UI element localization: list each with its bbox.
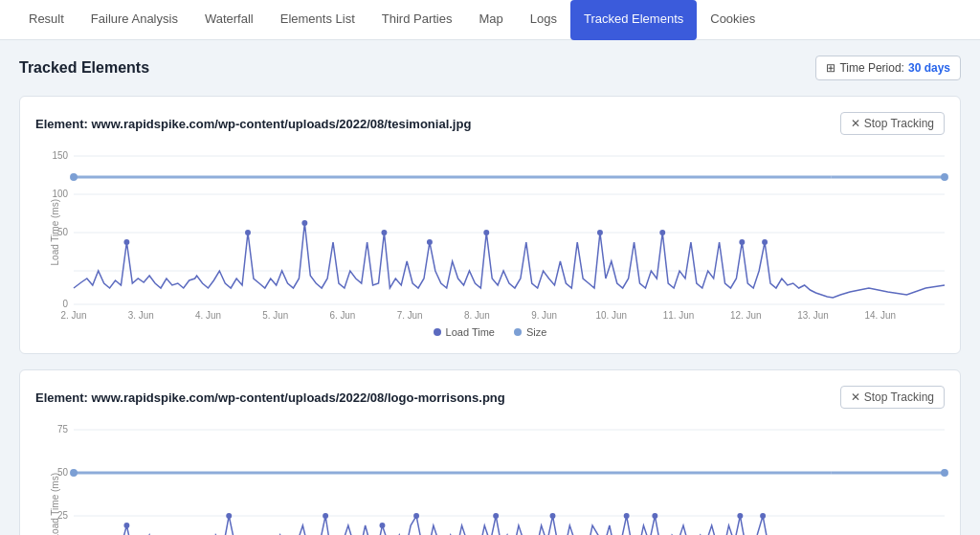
svg-point-21: [70, 173, 78, 181]
svg-point-54: [624, 513, 630, 519]
legend-label-size-1: Size: [526, 326, 546, 338]
svg-point-58: [70, 469, 78, 477]
chart-header-1: Element: www.rapidspike.com/wp-content/u…: [35, 112, 945, 135]
svg-point-16: [483, 230, 489, 235]
svg-text:7. Jun: 7. Jun: [397, 310, 423, 321]
svg-text:3. Jun: 3. Jun: [128, 310, 154, 321]
svg-text:8. Jun: 8. Jun: [464, 310, 490, 321]
svg-text:6. Jun: 6. Jun: [329, 310, 355, 321]
top-navigation: Result Failure Analysis Waterfall Elemen…: [0, 0, 980, 40]
svg-point-11: [123, 239, 129, 245]
svg-point-51: [413, 513, 419, 519]
svg-point-47: [123, 523, 129, 528]
svg-point-18: [659, 230, 665, 235]
svg-point-52: [493, 513, 499, 519]
svg-text:11. Jun: 11. Jun: [663, 310, 694, 321]
svg-point-59: [941, 469, 948, 477]
svg-point-13: [301, 220, 307, 226]
svg-text:2. Jun: 2. Jun: [61, 310, 87, 321]
chart-legend-1: Load Time Size: [35, 326, 945, 338]
chart-area-2: 75 50 25 0: [74, 420, 945, 535]
stop-tracking-button-2[interactable]: ✕ Stop Tracking: [840, 386, 945, 409]
svg-point-48: [226, 513, 232, 519]
element-title-1: Element: www.rapidspike.com/wp-content/u…: [35, 117, 471, 131]
svg-point-12: [245, 230, 251, 235]
tab-waterfall[interactable]: Waterfall: [191, 0, 267, 40]
svg-text:9. Jun: 9. Jun: [531, 310, 557, 321]
svg-point-19: [739, 239, 745, 245]
svg-text:50: 50: [57, 227, 68, 237]
svg-text:25: 25: [57, 510, 68, 521]
svg-text:4. Jun: 4. Jun: [195, 310, 221, 321]
stop-tracking-button-1[interactable]: ✕ Stop Tracking: [840, 112, 945, 135]
legend-label-load-time-1: Load Time: [446, 326, 495, 338]
page-header: Tracked Elements ⊞ Time Period: 30 days: [19, 56, 961, 80]
svg-text:5. Jun: 5. Jun: [262, 310, 288, 321]
tab-map[interactable]: Map: [465, 0, 516, 40]
tab-elements-list[interactable]: Elements List: [267, 0, 368, 40]
svg-point-57: [760, 513, 766, 519]
svg-text:50: 50: [57, 467, 68, 478]
time-period-button[interactable]: ⊞ Time Period: 30 days: [815, 56, 961, 80]
tab-failure-analysis[interactable]: Failure Analysis: [78, 0, 191, 40]
tab-logs[interactable]: Logs: [517, 0, 570, 40]
time-period-label: Time Period:: [839, 61, 904, 75]
svg-point-17: [597, 230, 603, 235]
svg-text:10. Jun: 10. Jun: [596, 310, 627, 321]
svg-point-50: [379, 523, 385, 528]
chart-header-2: Element: www.rapidspike.com/wp-content/u…: [35, 386, 945, 409]
svg-text:150: 150: [53, 150, 69, 161]
svg-point-55: [652, 513, 657, 519]
svg-text:14. Jun: 14. Jun: [865, 310, 896, 321]
y-axis-label-2: Load Time (ms): [50, 473, 60, 535]
close-icon-1: ✕: [851, 117, 860, 130]
tab-tracked-elements[interactable]: Tracked Elements: [570, 0, 697, 40]
chart-area-1: 150 100 50 0: [74, 146, 945, 319]
legend-dot-size-1: [514, 328, 522, 336]
close-icon-2: ✕: [851, 390, 860, 404]
page-title: Tracked Elements: [19, 59, 149, 77]
svg-point-49: [323, 513, 328, 519]
tab-cookies[interactable]: Cookies: [697, 0, 768, 40]
element-title-2: Element: www.rapidspike.com/wp-content/u…: [35, 390, 505, 405]
svg-text:0: 0: [63, 299, 69, 309]
svg-text:100: 100: [53, 189, 69, 199]
svg-text:12. Jun: 12. Jun: [730, 310, 761, 321]
time-period-value: 30 days: [908, 61, 950, 75]
chart-card-2: Element: www.rapidspike.com/wp-content/u…: [19, 369, 961, 535]
legend-size-1: Size: [514, 326, 546, 338]
tab-result[interactable]: Result: [15, 0, 78, 40]
svg-text:75: 75: [57, 424, 68, 435]
svg-point-22: [941, 173, 948, 181]
page-content: Tracked Elements ⊞ Time Period: 30 days …: [0, 40, 980, 535]
calendar-icon: ⊞: [826, 61, 835, 75]
legend-load-time-1: Load Time: [434, 326, 495, 338]
svg-point-53: [550, 513, 556, 519]
svg-point-20: [762, 239, 768, 245]
svg-point-56: [737, 513, 743, 519]
svg-point-15: [427, 239, 433, 245]
chart-card-1: Element: www.rapidspike.com/wp-content/u…: [19, 96, 961, 354]
svg-text:13. Jun: 13. Jun: [797, 310, 828, 321]
legend-dot-1: [434, 328, 441, 336]
tab-third-parties[interactable]: Third Parties: [368, 0, 466, 40]
svg-point-14: [381, 230, 387, 235]
